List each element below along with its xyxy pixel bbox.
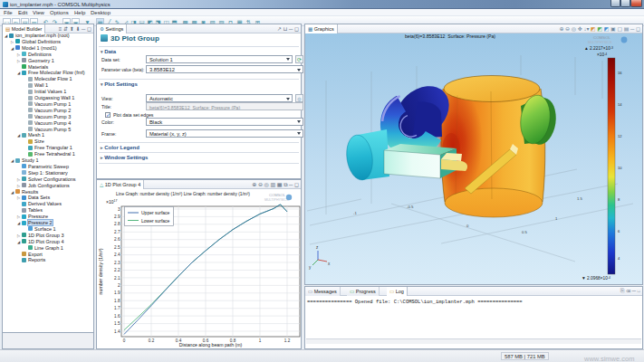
svg-text:1.6: 1.6 bbox=[114, 314, 120, 319]
svg-text:1.7: 1.7 bbox=[114, 306, 120, 310]
svg-text:1.9: 1.9 bbox=[114, 291, 120, 295]
svg-text:2.7: 2.7 bbox=[114, 230, 120, 234]
svg-text:MULTIPHYSICS: MULTIPHYSICS bbox=[588, 41, 612, 44]
svg-text:2.5: 2.5 bbox=[114, 245, 120, 250]
svg-text:MULTIPHYSICS: MULTIPHYSICS bbox=[264, 198, 289, 202]
svg-text:3: 3 bbox=[118, 207, 120, 212]
svg-text:▼ 2.0968×10-4: ▼ 2.0968×10-4 bbox=[582, 276, 610, 281]
svg-text:Upper surface: Upper surface bbox=[141, 210, 170, 215]
svg-text:2.4: 2.4 bbox=[114, 252, 120, 257]
svg-text:0.2: 0.2 bbox=[149, 338, 155, 343]
svg-text:12: 12 bbox=[618, 134, 622, 138]
svg-text:number density (1/m³): number density (1/m³) bbox=[98, 248, 103, 294]
svg-text:1.8: 1.8 bbox=[114, 299, 120, 303]
svg-text:1.5: 1.5 bbox=[114, 321, 120, 326]
svg-text:Line Graph: number density (1/: Line Graph: number density (1/m³) Line G… bbox=[116, 192, 250, 196]
svg-text:Distance along beam path (m): Distance along beam path (m) bbox=[179, 342, 243, 348]
svg-text:1.5: 1.5 bbox=[577, 196, 582, 201]
svg-text:1: 1 bbox=[259, 338, 262, 343]
svg-text:1.2: 1.2 bbox=[284, 338, 291, 343]
svg-text:2.9: 2.9 bbox=[114, 214, 120, 219]
svg-text:2: 2 bbox=[118, 283, 120, 288]
svg-text:14: 14 bbox=[618, 102, 622, 107]
svg-text:Lower surface: Lower surface bbox=[141, 218, 170, 224]
svg-text:▲ 2.2217×10-3: ▲ 2.2217×10-3 bbox=[584, 46, 613, 52]
svg-text:10: 10 bbox=[618, 166, 622, 170]
svg-text:-0.5: -0.5 bbox=[407, 205, 414, 209]
svg-text:2.1: 2.1 bbox=[114, 276, 120, 281]
svg-text:2.8: 2.8 bbox=[114, 222, 120, 226]
svg-text:2.6: 2.6 bbox=[114, 237, 120, 242]
svg-text:COMSOL: COMSOL bbox=[593, 35, 611, 40]
svg-text:beta(6)=3.8583E12 Surface: Pr: beta(6)=3.8583E12 Surface: Pressure (Pa) bbox=[405, 33, 495, 39]
svg-text:COMSOL: COMSOL bbox=[269, 193, 286, 197]
svg-text:16: 16 bbox=[618, 71, 622, 75]
svg-text:0: 0 bbox=[123, 338, 126, 343]
svg-text:1.4: 1.4 bbox=[114, 329, 120, 334]
svg-text:2.3: 2.3 bbox=[114, 261, 120, 265]
svg-text:0.5: 0.5 bbox=[522, 230, 527, 234]
svg-text:2.2: 2.2 bbox=[114, 268, 120, 272]
